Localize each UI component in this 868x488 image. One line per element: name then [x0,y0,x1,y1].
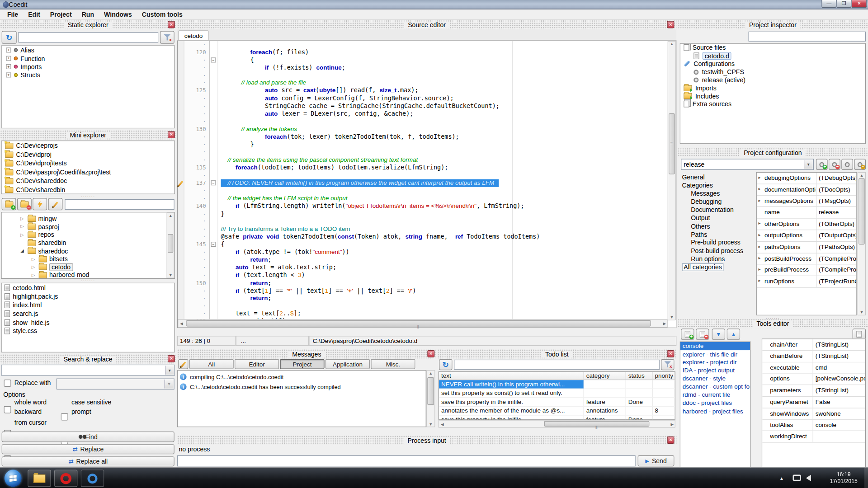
splitter[interactable]: ······· [0,195,176,198]
move-tool-up-button[interactable]: ▲ [727,328,740,339]
category-debugging[interactable]: Debugging [681,198,755,206]
property-row[interactable]: toolAliasconsole [762,420,865,431]
property-value[interactable]: (TDebugOpts) [816,173,856,183]
taskbar-opera-button[interactable] [54,470,77,487]
category-paths[interactable]: Paths [681,230,755,239]
static-explorer-filter-input[interactable] [18,32,158,42]
inspector-item-extra-sources[interactable]: Extra sources [680,100,865,108]
tree-collapsed-icon[interactable]: ▷ [20,216,25,221]
property-value[interactable]: [poNewConsole,poNew [813,374,865,385]
favorite-path[interactable]: C:\Dev\ceprojs [2,141,175,150]
property-row[interactable]: ▸preBuildProcess(TCompileProc [757,265,856,276]
mini-explorer-filter-input[interactable] [65,199,174,210]
todo-row[interactable]: save this property in the inifile.featur… [439,398,675,407]
sync-configuration-button[interactable]: • [854,159,866,169]
fold-collapse-icon[interactable]: − [211,242,216,247]
show-desktop-button[interactable] [865,468,868,488]
todo-column-header-priority[interactable]: priority [653,372,675,380]
property-value[interactable]: swoNone [813,408,865,419]
menu-project[interactable]: Project [45,9,77,19]
property-value[interactable]: (TStringList) [813,351,865,361]
send-button[interactable]: ▶Send [638,455,675,466]
inspector-item-source-files[interactable]: Source files [680,44,865,52]
property-value[interactable]: (TPathsOpts) [816,242,856,253]
category-messages[interactable]: Messages [681,190,755,198]
menu-edit[interactable]: Edit [23,9,45,19]
tray-expand-icon[interactable]: ▲ [779,476,784,481]
editor-fold-strip[interactable]: −−− [210,41,218,328]
todo-filter-input[interactable] [454,360,660,370]
property-value[interactable]: (TProjectRunO [816,276,856,287]
shell-open-button[interactable] [33,198,47,210]
replace-all-button[interactable]: ⇄ Replace all [2,456,175,466]
splitter[interactable]: ······· [0,279,176,282]
tool-item-rdmd-current-file[interactable]: rdmd - current file [680,391,750,399]
property-value[interactable]: (TOtherOpts) [816,219,856,230]
editor-code-area[interactable]: foreach(f; files) { if (!f.exists) conti… [218,41,667,319]
tool-item-explorer-this-file-dir[interactable]: explorer - this file dir [680,350,750,358]
messages-tab-project[interactable]: Project [280,359,325,369]
property-row[interactable]: executablecmd [762,362,865,374]
inspector-item-imports[interactable]: Imports [680,84,865,92]
clone-configuration-button[interactable] [841,159,853,169]
mini-explorer-scrollbar[interactable]: ▲▼ [167,212,175,278]
property-row[interactable]: ▸pathsOptions(TPathsOpts) [757,242,856,253]
category-output[interactable]: Output [681,214,755,222]
property-value[interactable]: (TStringList) [813,339,865,350]
todo-column-header-status[interactable]: status [626,372,653,380]
file-item[interactable]: cetodo.html [2,283,175,292]
tree-folder-bitsets[interactable]: ▷bitsets [2,255,175,263]
property-row[interactable]: ▸outputOptions(TOutputOpts) [757,230,856,241]
property-value[interactable]: (TOutputOpts) [816,230,856,241]
replace-button[interactable]: ⇄ Replace [2,444,175,454]
chevron-down-icon[interactable]: ▼ [165,366,174,375]
property-row[interactable]: ▸otherOptions(TOtherOpts) [757,219,856,230]
checkbox-whole-word[interactable] [4,406,11,413]
menu-windows[interactable]: Windows [99,9,137,19]
property-value[interactable]: release [816,207,856,218]
property-value[interactable]: (TCompileProc [816,265,856,276]
file-item[interactable]: show_hide.js [2,318,175,327]
inspector-item-configurations[interactable]: Configurations [680,60,865,68]
category-post-build-process[interactable]: Post-build process [681,247,755,255]
configuration-scrollbar[interactable]: ▲▼ [858,172,866,315]
expand-icon[interactable]: + [6,47,11,52]
maximize-button[interactable]: ❐ [836,0,851,8]
property-value[interactable]: (TDocOpts) [816,184,856,195]
inspector-item-release-active-[interactable]: release (active) [680,76,865,84]
todo-row[interactable]: annotates the member of the module as @s… [439,407,675,416]
tree-expanded-icon[interactable]: ◢ [20,249,25,253]
tab-cetodo[interactable]: cetodo [178,30,208,40]
tray-display-icon[interactable] [793,475,801,481]
search-replace-close-icon[interactable]: × [168,355,175,362]
messages-tab-misc[interactable]: Misc. [371,359,415,369]
tree-collapsed-icon[interactable]: ▷ [32,273,37,278]
property-value[interactable]: (TStringList) [813,385,865,396]
favorite-path[interactable]: C:\Dev\dproj\tests [2,159,175,168]
tool-item-ddoc-project-files[interactable]: ddoc - project files [680,399,750,407]
fold-collapse-icon[interactable]: − [211,57,216,62]
messages-tab-all[interactable]: All [189,359,234,369]
expand-icon[interactable]: + [6,72,11,77]
property-value[interactable]: console [813,420,865,431]
static-explorer-filter-button[interactable]: x [160,31,175,44]
property-row[interactable]: namerelease [757,207,856,218]
favorite-path[interactable]: C:\Dev\pasproj\Coedit\lazproj\test [2,168,175,177]
tree-folder-pasproj[interactable]: ▷pasproj [2,223,175,231]
message-row[interactable]: iC:\...\cetodo\cetodo.coedit has been su… [178,382,426,390]
todo-horizontal-scrollbar[interactable]: ◀▶ ⫴ [439,420,675,427]
property-value[interactable]: (TMsgOpts) [816,196,856,206]
favorite-path[interactable]: C:\Dev\shareddoc [2,177,175,186]
property-value[interactable]: False [813,397,865,408]
property-row[interactable]: chainAfter(TStringList) [762,339,865,351]
category-others[interactable]: Others [681,222,755,230]
property-value[interactable]: cmd [813,362,865,373]
static-explorer-item-imports[interactable]: +Imports [2,62,175,70]
tool-item-dscanner-style[interactable]: dscanner - style [680,375,750,383]
category-run-options[interactable]: Run options [681,255,755,263]
todo-filter-button[interactable]: x [661,359,674,370]
messages-close-icon[interactable]: × [427,350,434,357]
tree-collapsed-icon[interactable]: ▷ [20,232,25,237]
remove-favorite-button[interactable]: − [17,198,32,210]
property-row[interactable]: chainBefore(TStringList) [762,351,865,362]
